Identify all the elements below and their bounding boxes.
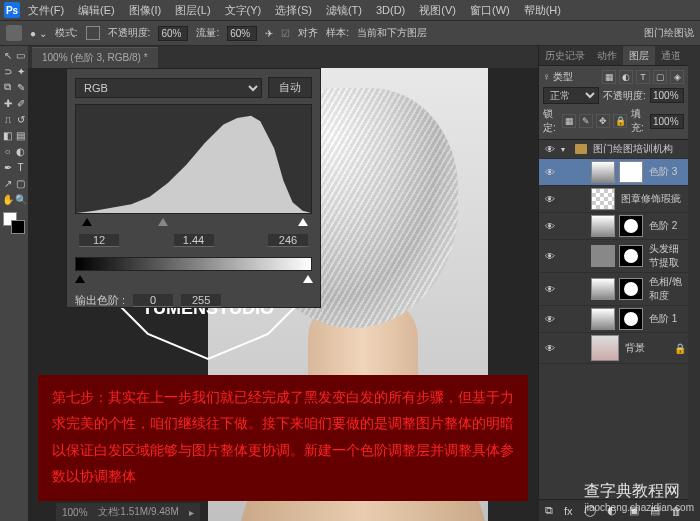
crop-tool[interactable]: ⧉ — [2, 80, 14, 94]
tab-channels[interactable]: 通道 — [655, 46, 687, 65]
menu-type[interactable]: 文字(Y) — [219, 1, 268, 20]
menu-file[interactable]: 文件(F) — [22, 1, 70, 20]
input-mid[interactable] — [174, 234, 214, 247]
brush-size-icon[interactable]: ● ⌄ — [30, 28, 47, 39]
layer-opacity-input[interactable] — [650, 88, 684, 103]
output-gradient[interactable] — [75, 257, 312, 271]
eraser-tool[interactable]: ◧ — [2, 128, 14, 142]
layer-row[interactable]: 👁 色阶 1 — [539, 306, 688, 333]
input-white[interactable] — [268, 234, 308, 247]
sample-value[interactable]: 当前和下方图层 — [357, 26, 427, 40]
history-brush-tool[interactable]: ↺ — [15, 112, 27, 126]
eyedropper-tool[interactable]: ✎ — [15, 80, 27, 94]
link-layers-icon[interactable]: ⧉ — [545, 504, 553, 517]
lock-all-icon[interactable]: 🔒 — [613, 114, 627, 128]
dodge-tool[interactable]: ◐ — [15, 144, 27, 158]
expand-arrow-icon[interactable]: ▾ — [561, 145, 571, 154]
mask-thumb[interactable] — [619, 215, 643, 237]
lasso-tool[interactable]: ⊃ — [2, 64, 14, 78]
type-tool[interactable]: T — [15, 160, 27, 174]
visibility-icon[interactable]: 👁 — [543, 312, 557, 326]
airbrush-icon[interactable]: ✈ — [265, 28, 273, 39]
layer-group[interactable]: 👁 ▾ 图门绘图培训机构 — [539, 140, 688, 159]
zoom-value[interactable]: 100% — [62, 507, 88, 518]
blur-tool[interactable]: ○ — [2, 144, 14, 158]
tab-history[interactable]: 历史记录 — [539, 46, 591, 65]
auto-button[interactable]: 自动 — [268, 77, 312, 98]
heal-tool[interactable]: ✚ — [2, 96, 14, 110]
mask-thumb[interactable] — [619, 161, 643, 183]
opacity-input[interactable] — [158, 26, 188, 41]
pen-tool[interactable]: ✒ — [2, 160, 14, 174]
visibility-icon[interactable]: 👁 — [543, 192, 557, 206]
layer-name[interactable]: 头发细节提取 — [647, 242, 686, 270]
lock-position-icon[interactable]: ✥ — [596, 114, 610, 128]
color-swatches[interactable] — [3, 212, 25, 234]
layer-name[interactable]: 色阶 2 — [647, 219, 686, 233]
menu-view[interactable]: 视图(V) — [413, 1, 462, 20]
layer-row[interactable]: 👁 背景 🔒 — [539, 333, 688, 364]
mask-thumb[interactable] — [619, 278, 643, 300]
layer-row[interactable]: 👁 色相/饱和度 — [539, 273, 688, 306]
layer-thumb[interactable] — [591, 245, 615, 267]
mode-select[interactable] — [86, 26, 100, 40]
move-tool[interactable]: ↖ — [2, 48, 14, 62]
path-tool[interactable]: ↗ — [2, 176, 14, 190]
document-tab[interactable]: 100% (色阶 3, RGB/8) * — [32, 47, 158, 68]
shape-tool[interactable]: ▢ — [15, 176, 27, 190]
layer-name[interactable]: 色阶 3 — [647, 165, 686, 179]
layer-row[interactable]: 👁 色阶 2 — [539, 213, 688, 240]
menu-filter[interactable]: 滤镜(T) — [320, 1, 368, 20]
layer-name[interactable]: 图章修饰瑕疵 — [619, 192, 686, 206]
output-white[interactable] — [181, 294, 221, 307]
visibility-icon[interactable]: 👁 — [543, 142, 557, 156]
layer-name[interactable]: 背景 — [623, 341, 670, 355]
tool-preset-icon[interactable] — [6, 25, 22, 41]
panel-shortcut[interactable]: 图门绘图说 — [644, 26, 694, 40]
mask-thumb[interactable] — [619, 308, 643, 330]
fill-input[interactable] — [650, 114, 684, 129]
blend-mode-select[interactable]: 正常 — [543, 87, 599, 104]
gradient-tool[interactable]: ▤ — [15, 128, 27, 142]
layer-row[interactable]: 👁 色阶 3 — [539, 159, 688, 186]
menu-layer[interactable]: 图层(L) — [169, 1, 216, 20]
menu-select[interactable]: 选择(S) — [269, 1, 318, 20]
visibility-icon[interactable]: 👁 — [543, 341, 557, 355]
tab-actions[interactable]: 动作 — [591, 46, 623, 65]
filter-smart-icon[interactable]: ◈ — [670, 70, 684, 84]
layer-row[interactable]: 👁 图章修饰瑕疵 — [539, 186, 688, 213]
stamp-tool[interactable]: ⎍ — [2, 112, 14, 126]
layer-name[interactable]: 色阶 1 — [647, 312, 686, 326]
visibility-icon[interactable]: 👁 — [543, 282, 557, 296]
brush-tool[interactable]: ✐ — [15, 96, 27, 110]
collapsed-panels[interactable] — [688, 46, 700, 521]
input-black[interactable] — [79, 234, 119, 247]
visibility-icon[interactable]: 👁 — [543, 219, 557, 233]
layer-thumb[interactable] — [591, 188, 615, 210]
filter-shape-icon[interactable]: ▢ — [653, 70, 667, 84]
filter-adj-icon[interactable]: ◐ — [619, 70, 633, 84]
wand-tool[interactable]: ✦ — [15, 64, 27, 78]
menu-help[interactable]: 帮助(H) — [518, 1, 567, 20]
filter-pixel-icon[interactable]: ▦ — [602, 70, 616, 84]
adjustment-thumb[interactable] — [591, 161, 615, 183]
visibility-icon[interactable]: 👁 — [543, 165, 557, 179]
filter-kind[interactable]: ♀ 类型 — [543, 70, 573, 84]
layer-name[interactable]: 色相/饱和度 — [647, 275, 686, 303]
layer-row[interactable]: 👁 头发细节提取 — [539, 240, 688, 273]
lock-pixels-icon[interactable]: ✎ — [579, 114, 593, 128]
menu-image[interactable]: 图像(I) — [123, 1, 167, 20]
menu-edit[interactable]: 编辑(E) — [72, 1, 121, 20]
menu-window[interactable]: 窗口(W) — [464, 1, 516, 20]
group-name[interactable]: 图门绘图培训机构 — [591, 142, 686, 156]
fx-icon[interactable]: fx — [564, 505, 573, 517]
output-black[interactable] — [133, 294, 173, 307]
adjustment-thumb[interactable] — [591, 278, 615, 300]
zoom-tool[interactable]: 🔍 — [15, 192, 27, 206]
visibility-icon[interactable]: 👁 — [543, 249, 557, 263]
input-sliders[interactable] — [75, 218, 312, 230]
output-sliders[interactable] — [75, 275, 312, 287]
adjustment-thumb[interactable] — [591, 308, 615, 330]
adjustment-thumb[interactable] — [591, 215, 615, 237]
marquee-tool[interactable]: ▭ — [15, 48, 27, 62]
